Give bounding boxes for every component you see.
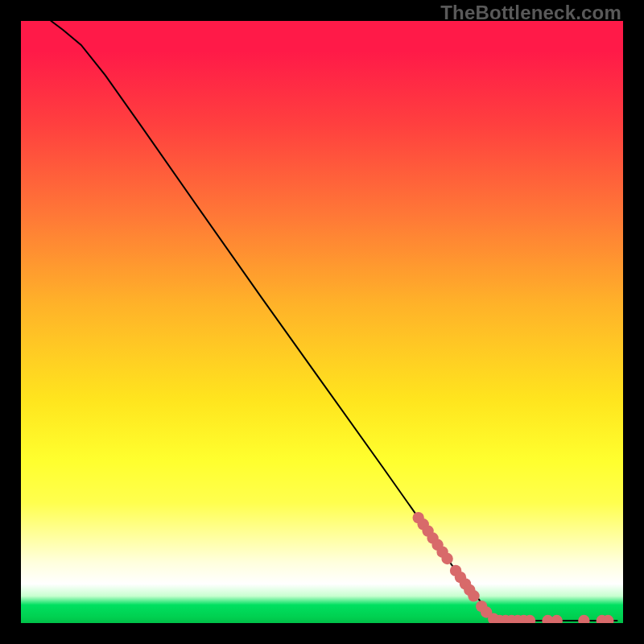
data-point [578, 615, 589, 623]
bottleneck-curve [51, 21, 617, 621]
data-point [468, 590, 479, 601]
data-point [551, 615, 563, 623]
data-points-group [413, 512, 614, 623]
chart-overlay [21, 21, 623, 623]
data-point [441, 553, 452, 564]
